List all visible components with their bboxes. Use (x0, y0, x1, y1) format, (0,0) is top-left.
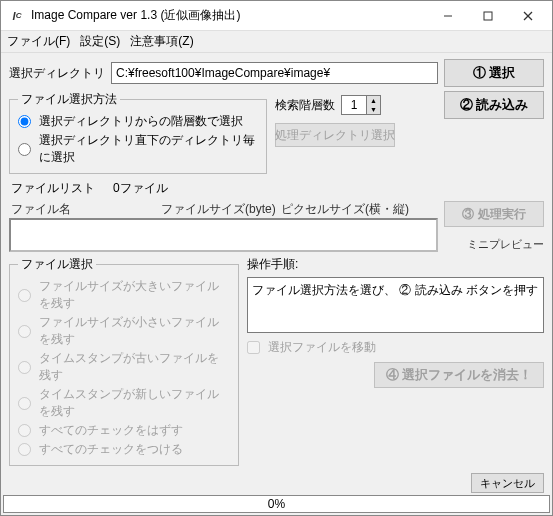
statusbar: 0% (3, 495, 550, 513)
search-depth-label: 検索階層数 (275, 97, 335, 114)
menu-settings[interactable]: 設定(S) (80, 33, 120, 50)
fs-opt2: ファイルサイズが小さいファイルを残す (18, 313, 230, 349)
method-fieldset: ファイル選択方法 選択ディレクトリからの階層数で選択 選択ディレクトリ直下のディ… (9, 91, 267, 174)
maximize-button[interactable] (468, 4, 508, 28)
filelist-count: 0ファイル (113, 180, 168, 197)
col-pixelsize: ピクセルサイズ(横・縦) (281, 201, 436, 218)
directory-row: 選択ディレクトリ ① 選択 (9, 59, 544, 87)
method-search-row: ファイル選択方法 選択ディレクトリからの階層数で選択 選択ディレクトリ直下のディ… (9, 91, 544, 174)
list-columns: ファイル名 ファイルサイズ(byte) ピクセルサイズ(横・縦) (9, 201, 438, 218)
fs-opt1: ファイルサイズが大きいファイルを残す (18, 277, 230, 313)
filelist-label: ファイルリスト (11, 180, 95, 197)
ops-column: 操作手順: ファイル選択方法を選び、 ② 読み込み ボタンを押す 選択ファイルを… (247, 256, 544, 466)
method-opt2-radio[interactable] (18, 143, 31, 156)
spin-up-icon[interactable]: ▲ (367, 96, 380, 105)
minimize-button[interactable] (428, 4, 468, 28)
file-listbox[interactable] (9, 218, 438, 252)
instructions-box: ファイル選択方法を選び、 ② 読み込み ボタンを押す (247, 277, 544, 333)
directory-input[interactable] (111, 62, 438, 84)
fs-opt3: タイムスタンプが古いファイルを残す (18, 349, 230, 385)
method-opt1[interactable]: 選択ディレクトリからの階層数で選択 (18, 112, 258, 131)
delete-selected-button[interactable]: ④ 選択ファイルを消去！ (374, 362, 544, 388)
method-legend: ファイル選択方法 (18, 91, 120, 108)
filelist-area: ファイル名 ファイルサイズ(byte) ピクセルサイズ(横・縦) ③ 処理実行 … (9, 201, 544, 252)
spin-down-icon[interactable]: ▼ (367, 105, 380, 114)
client-area: 選択ディレクトリ ① 選択 ファイル選択方法 選択ディレクトリからの階層数で選択… (1, 53, 552, 473)
fs-opt5: すべてのチェックをはずす (18, 421, 230, 440)
bottom-row: ファイル選択 ファイルサイズが大きいファイルを残す ファイルサイズが小さいファイ… (9, 256, 544, 466)
fileselect-legend: ファイル選択 (18, 256, 96, 273)
fs-opt4: タイムスタンプが新しいファイルを残す (18, 385, 230, 421)
method-opt1-radio[interactable] (18, 115, 31, 128)
method-opt2[interactable]: 選択ディレクトリ直下のディレクトリ毎に選択 (18, 131, 258, 167)
mini-preview-label: ミニプレビュー (444, 237, 544, 252)
close-button[interactable] (508, 4, 548, 28)
search-depth-spinner[interactable]: 1 ▲▼ (341, 95, 381, 115)
cancel-button[interactable]: キャンセル (471, 473, 544, 493)
menu-notes[interactable]: 注意事項(Z) (130, 33, 193, 50)
fs-opt6: すべてのチェックをつける (18, 440, 230, 459)
select-dir-button[interactable]: ① 選択 (444, 59, 544, 87)
app-window: IC Image Compare ver 1.3 (近似画像抽出) ファイル(F… (0, 0, 553, 516)
titlebar: IC Image Compare ver 1.3 (近似画像抽出) (1, 1, 552, 31)
app-icon: IC (9, 8, 25, 24)
search-column: 検索階層数 1 ▲▼ ② 読み込み 処理ディレクトリ選択 (275, 91, 544, 174)
menubar: ファイル(F) 設定(S) 注意事項(Z) (1, 31, 552, 53)
proc-dir-button[interactable]: 処理ディレクトリ選択 (275, 123, 395, 147)
move-checkbox (247, 341, 260, 354)
move-checkbox-row: 選択ファイルを移動 (247, 337, 544, 358)
load-button[interactable]: ② 読み込み (444, 91, 544, 119)
window-title: Image Compare ver 1.3 (近似画像抽出) (31, 7, 428, 24)
menu-file[interactable]: ファイル(F) (7, 33, 70, 50)
execute-button[interactable]: ③ 処理実行 (444, 201, 544, 227)
svg-rect-1 (484, 12, 492, 20)
col-filename: ファイル名 (11, 201, 161, 218)
col-filesize: ファイルサイズ(byte) (161, 201, 281, 218)
ops-label: 操作手順: (247, 256, 544, 273)
filelist-header: ファイルリスト 0ファイル (9, 178, 544, 197)
fileselect-fieldset: ファイル選択 ファイルサイズが大きいファイルを残す ファイルサイズが小さいファイ… (9, 256, 239, 466)
directory-label: 選択ディレクトリ (9, 65, 105, 82)
progress-text: 0% (268, 497, 285, 511)
footer: キャンセル (1, 473, 552, 495)
